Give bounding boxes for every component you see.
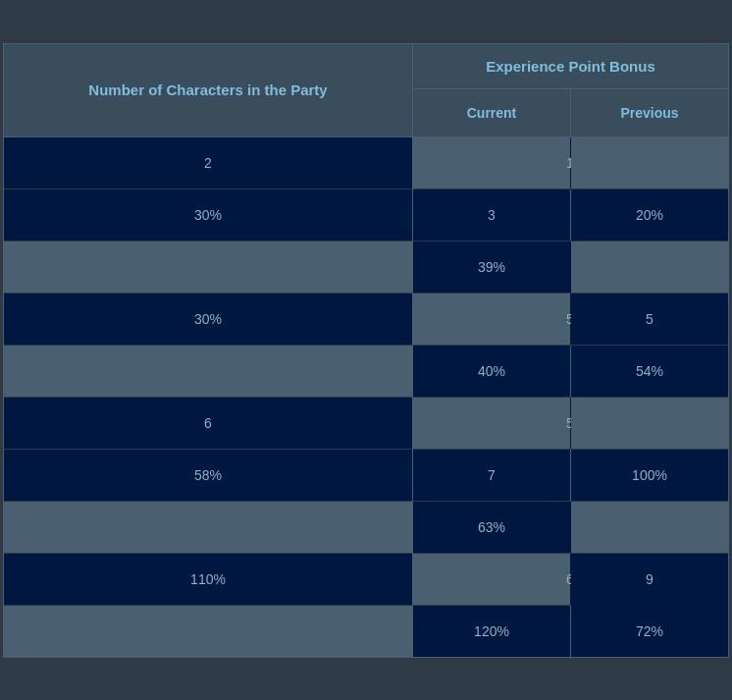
previous-label: Previous	[620, 105, 678, 121]
table-row-current: 30%	[4, 294, 412, 346]
divider-row-2	[4, 502, 412, 554]
table-wrapper: Number of Characters in the Party Experi…	[4, 44, 728, 657]
divider-row	[4, 346, 412, 398]
table-row-party: 3	[413, 189, 570, 242]
divider-row	[413, 137, 570, 189]
table-row-current: 40%	[413, 346, 570, 398]
table-row-previous: 72%	[571, 606, 728, 657]
table-row-current: 100%	[571, 450, 728, 502]
party-column-header: Number of Characters in the Party	[4, 44, 412, 137]
divider-row	[413, 398, 570, 450]
table-row-party: 6	[4, 398, 412, 450]
table-row-party: 9	[571, 554, 728, 606]
divider-row-2	[571, 137, 728, 189]
divider-row-2	[4, 242, 412, 294]
table-row-previous: 39%	[413, 242, 570, 294]
table-row-party: 2	[4, 137, 412, 189]
divider-row	[571, 242, 728, 294]
divider-row-2	[571, 398, 728, 450]
divider-row	[571, 502, 728, 554]
table-row-previous: 54%	[571, 346, 728, 398]
main-table: Number of Characters in the Party Experi…	[3, 43, 729, 658]
table-row-previous: 30%	[4, 189, 412, 242]
divider-row-2	[413, 294, 570, 346]
table-row-current: 20%	[571, 189, 728, 242]
table-row-current: 120%	[413, 606, 570, 657]
divider-row	[4, 606, 412, 657]
table-row-party: 5	[571, 294, 728, 346]
table-row-previous: 58%	[4, 450, 412, 502]
table-row-party: 7	[413, 450, 570, 502]
exp-bonus-label: Experience Point Bonus	[486, 58, 655, 75]
previous-header: Previous	[571, 89, 728, 137]
divider-row-2	[413, 554, 570, 606]
current-label: Current	[467, 105, 517, 121]
current-header: Current	[413, 89, 570, 137]
table-row-previous: 63%	[413, 502, 570, 554]
exp-bonus-header: Experience Point Bonus	[413, 44, 728, 89]
party-column-label: Number of Characters in the Party	[88, 81, 327, 98]
table-row-current: 110%	[4, 554, 412, 606]
